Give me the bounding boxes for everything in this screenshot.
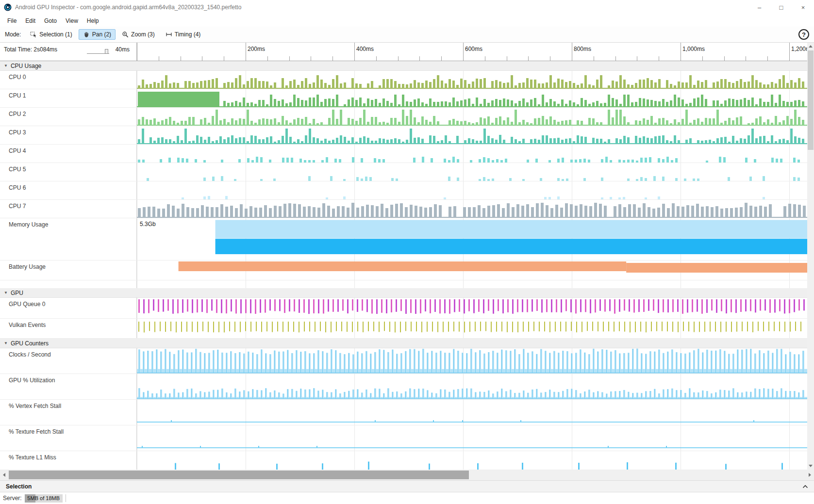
cpu-4-track[interactable]: [137, 145, 807, 163]
menu-file[interactable]: File: [3, 16, 21, 26]
help-button[interactable]: ?: [798, 29, 809, 40]
pan-mode-label: Pan (2): [92, 31, 111, 38]
clocks-track[interactable]: [137, 348, 807, 374]
track-label-texture-l1-miss: % Texture L1 Miss: [9, 454, 56, 461]
scroll-down-arrow-icon[interactable]: [807, 463, 814, 470]
scale-slider[interactable]: [87, 49, 109, 54]
chevron-up-icon[interactable]: [802, 485, 808, 488]
vertical-scrollbar-thumb[interactable]: [808, 50, 814, 150]
total-time-label: Total Time: 2s084ms: [4, 46, 57, 53]
vulkan-events-chart: [137, 319, 807, 338]
track-label-cpu-1: CPU 1: [9, 92, 26, 99]
scroll-right-arrow-icon[interactable]: [806, 470, 814, 480]
cpu-2-chart: [137, 108, 807, 126]
vulkan-events-track[interactable]: [137, 319, 807, 338]
track-label-cpu-5: CPU 5: [9, 166, 26, 173]
gpu-utilization-track[interactable]: [137, 374, 807, 399]
cpu-3-track[interactable]: [137, 126, 807, 144]
zoom-mode-label: Zoom (3): [131, 31, 155, 38]
status-separator: [66, 494, 66, 502]
help-icon: ?: [802, 31, 806, 38]
pan-icon: [83, 31, 90, 38]
zoom-mode-button[interactable]: Zoom (3): [117, 29, 159, 40]
track-label-cpu-6: CPU 6: [9, 184, 26, 191]
server-memory-value: 5MB of 18MB: [25, 494, 63, 503]
minimize-button[interactable]: –: [748, 0, 770, 15]
horizontal-scrollbar-track[interactable]: [8, 470, 806, 480]
tick-label-200ms: 200ms: [248, 46, 265, 52]
timeline-area: Total Time: 2s084ms 40ms 200ms 400ms 600…: [0, 43, 814, 470]
time-axis[interactable]: 200ms 400ms 600ms 800ms 1,000ms 1,200ms: [137, 43, 807, 61]
menu-edit[interactable]: Edit: [21, 16, 40, 26]
vertical-scrollbar[interactable]: [807, 43, 814, 470]
collapse-triangle-icon: ▼: [4, 64, 8, 68]
scale-slider-thumb[interactable]: [105, 49, 108, 54]
selection-panel-title: Selection: [6, 483, 32, 490]
horizontal-scrollbar-thumb[interactable]: [9, 471, 469, 479]
pan-mode-button[interactable]: Pan (2): [79, 29, 116, 40]
texture-l1-miss-chart: [137, 451, 807, 470]
maximize-button[interactable]: □: [770, 0, 792, 15]
tick-label-400ms: 400ms: [356, 46, 374, 52]
track-row-battery: Battery Usage: [0, 260, 807, 280]
texture-l1-miss-track[interactable]: [137, 451, 807, 470]
track-label-cpu-2: CPU 2: [9, 111, 26, 117]
timeline-ruler[interactable]: Total Time: 2s084ms 40ms 200ms 400ms 600…: [0, 43, 807, 61]
cpu-0-track[interactable]: [137, 71, 807, 89]
clocks-chart: [137, 348, 807, 374]
menu-goto[interactable]: Goto: [40, 16, 61, 26]
cpu-1-track[interactable]: [137, 89, 807, 107]
section-gpu[interactable]: ▼ GPU: [0, 288, 807, 298]
menu-view[interactable]: View: [61, 16, 83, 26]
battery-chart: [137, 260, 807, 280]
tick-label-800ms: 800ms: [574, 46, 591, 52]
tick-label-1200ms: 1,200ms: [791, 46, 807, 52]
selection-mode-button[interactable]: Selection (1): [26, 29, 76, 40]
track-label-cpu-7: CPU 7: [9, 203, 26, 210]
scroll-up-arrow-icon[interactable]: [807, 43, 814, 49]
cpu-5-track[interactable]: [137, 163, 807, 181]
scroll-left-arrow-icon[interactable]: [0, 470, 8, 480]
track-label-cpu-3: CPU 3: [9, 129, 26, 136]
app-window: Android GPU Inspector - com.google.andro…: [0, 0, 814, 504]
section-gpu-counters-label: GPU Counters: [11, 340, 49, 347]
memory-track[interactable]: 5.3Gb: [137, 218, 807, 260]
cpu-7-track[interactable]: [137, 200, 807, 218]
section-gpu-label: GPU: [11, 290, 23, 296]
menu-bar: File Edit Goto View Help: [0, 15, 814, 27]
track-label-cpu-0: CPU 0: [9, 74, 26, 81]
cpu-6-track[interactable]: [137, 181, 807, 199]
selection-icon: [30, 31, 37, 38]
collapse-triangle-icon: ▼: [4, 291, 8, 295]
selection-mode-label: Selection (1): [39, 31, 72, 38]
timing-icon: [166, 31, 172, 38]
horizontal-scrollbar[interactable]: [0, 470, 814, 480]
tick-label-600ms: 600ms: [465, 46, 482, 52]
track-label-battery: Battery Usage: [9, 263, 46, 270]
close-button[interactable]: ×: [792, 0, 814, 15]
battery-track[interactable]: [137, 260, 807, 280]
timing-mode-button[interactable]: Timing (4): [161, 29, 205, 40]
selection-panel-header[interactable]: Selection: [0, 480, 814, 492]
vertex-fetch-stall-track[interactable]: [137, 400, 807, 425]
scale-value-label: 40ms: [116, 46, 130, 53]
track-label-gpu-utilization: GPU % Utilization: [9, 377, 55, 384]
cpu-7-chart: [137, 200, 807, 218]
mode-label: Mode:: [5, 31, 21, 38]
track-label-texture-fetch-stall: % Texture Fetch Stall: [9, 428, 64, 435]
track-row-cpu-5: CPU 5: [0, 163, 807, 181]
track-row-vertex-fetch-stall: % Vertex Fetch Stall: [0, 400, 807, 425]
track-row-texture-l1-miss: % Texture L1 Miss: [0, 451, 807, 470]
track-label-cpu-4: CPU 4: [9, 147, 26, 154]
gpu-queue-0-track[interactable]: [137, 298, 807, 318]
track-row-cpu-7: CPU 7: [0, 200, 807, 218]
track-row-texture-fetch-stall: % Texture Fetch Stall: [0, 425, 807, 451]
section-cpu-usage[interactable]: ▼ CPU Usage: [0, 61, 807, 71]
section-gpu-counters[interactable]: ▼ GPU Counters: [0, 339, 807, 348]
texture-fetch-stall-chart: [137, 425, 807, 451]
texture-fetch-stall-track[interactable]: [137, 425, 807, 451]
window-title: Android GPU Inspector - com.google.andro…: [15, 4, 241, 11]
menu-help[interactable]: Help: [83, 16, 103, 26]
track-row-clocks-per-second: Clocks / Second: [0, 348, 807, 374]
cpu-2-track[interactable]: [137, 108, 807, 126]
